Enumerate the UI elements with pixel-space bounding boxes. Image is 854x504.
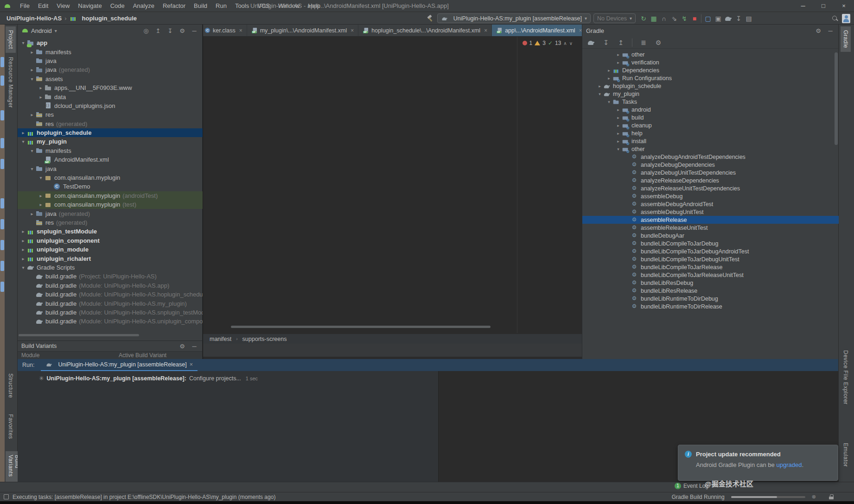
- profile-avatar-icon[interactable]: [842, 14, 850, 23]
- code-area[interactable]: [203, 37, 582, 334]
- stop-icon[interactable]: ■: [689, 13, 700, 24]
- breadcrumb-manifest[interactable]: manifest: [210, 336, 231, 342]
- horizontal-scrollbar[interactable]: [231, 326, 491, 328]
- project-view-select[interactable]: Android: [31, 27, 52, 34]
- menu-analyze[interactable]: Analyze: [129, 1, 158, 10]
- tree-item-uniplugin-richalert[interactable]: ▸uniplugin_richalert: [18, 254, 203, 263]
- tree-item-analyzedebugunittestdependencies[interactable]: analyzeDebugUnitTestDependencies: [582, 169, 839, 176]
- tree-item-dependencies[interactable]: ▸Dependencies: [582, 66, 839, 74]
- logcat-icon[interactable]: ▤: [744, 13, 754, 24]
- tree-item-assets[interactable]: ▾assets: [18, 75, 203, 83]
- search-icon[interactable]: [831, 14, 839, 23]
- upgrade-link[interactable]: upgraded: [776, 461, 802, 468]
- editor-tab-my-plugin-androidmanifest-xml[interactable]: my_plugin\...\AndroidManifest.xml×: [247, 25, 359, 36]
- tree-item-assemblereleaseunittest[interactable]: assembleReleaseUnitTest: [582, 224, 839, 232]
- event-log-button[interactable]: 1 Event Log: [675, 483, 708, 489]
- menu-run[interactable]: Run: [212, 1, 230, 10]
- tree-item-dcloud-uniplugins-json[interactable]: dcloud_uniplugins.json: [18, 101, 203, 110]
- tree-item-other[interactable]: ▾other: [582, 145, 839, 153]
- tree-item-gradle-scripts[interactable]: ▾Gradle Scripts: [18, 263, 203, 272]
- tree-item-assembledebug[interactable]: assembleDebug: [582, 192, 839, 200]
- sidebar-tab-project[interactable]: Project: [6, 26, 16, 53]
- tree-item-tasks[interactable]: ▾Tasks: [582, 98, 839, 106]
- tree-item-java-generated[interactable]: ▸java(generated): [18, 209, 203, 218]
- tree-item-java[interactable]: ▾java: [18, 164, 203, 173]
- tree-item-manifests[interactable]: ▾manifests: [18, 146, 203, 155]
- tree-item-bundlelibcompiletojarreleaseunittest[interactable]: bundleLibCompileToJarReleaseUnitTest: [582, 271, 839, 279]
- collapse-all-icon[interactable]: ↧: [166, 27, 174, 34]
- tree-item-assemblerelease[interactable]: assembleRelease: [582, 216, 839, 224]
- lock-icon[interactable]: [829, 494, 834, 499]
- tree-item-data[interactable]: ▸data: [18, 92, 203, 101]
- expand-all-icon[interactable]: ↥: [616, 38, 626, 48]
- tree-item-install[interactable]: ▸install: [582, 137, 839, 145]
- attach-debugger-icon[interactable]: ⇘: [669, 13, 679, 24]
- menu-tools[interactable]: Tools: [231, 1, 253, 10]
- close-icon[interactable]: ×: [190, 361, 193, 368]
- tree-item-build-gradle-module-uniplugin-hello-as-snplugin-testmod[interactable]: build.gradle(Module: UniPlugin-Hello-AS.…: [18, 308, 203, 317]
- tree-item-res-generated[interactable]: res(generated): [18, 120, 203, 128]
- tree-item-android[interactable]: ▸android: [582, 106, 839, 113]
- tree-item-analyzereleasedependencies[interactable]: analyzeReleaseDependencies: [582, 176, 839, 184]
- hide-icon[interactable]: ─: [826, 27, 835, 34]
- hide-icon[interactable]: ─: [190, 27, 198, 34]
- tree-item-build-gradle-module-uniplugin-hello-as-hoplugin-schedul[interactable]: build.gradle(Module: UniPlugin-Hello-AS.…: [18, 290, 203, 299]
- tree-item-com-qiansuilan-myplugin[interactable]: ▾com.qiansuilan.myplugin: [18, 173, 203, 182]
- sidebar-tab-resource-manager[interactable]: Resource Manager: [6, 53, 16, 112]
- tree-item-manifests[interactable]: ▸manifests: [18, 47, 203, 56]
- tree-item-analyzedebugdependencies[interactable]: analyzeDebugDependencies: [582, 161, 839, 169]
- menu-navigate[interactable]: Navigate: [74, 1, 105, 10]
- wrench-icon[interactable]: ⚙: [653, 38, 663, 48]
- tree-item-verification[interactable]: ▸verification: [582, 58, 839, 66]
- tree-item-my-plugin[interactable]: ▾my_plugin: [18, 137, 203, 146]
- next-problem-icon[interactable]: ∨: [569, 41, 573, 46]
- gradle-refresh-icon[interactable]: [587, 39, 595, 46]
- tree-item-bundledebugaar[interactable]: bundleDebugAar: [582, 232, 839, 239]
- settings-icon[interactable]: ⚙: [814, 27, 822, 34]
- tree-item-other[interactable]: ▸other: [582, 50, 839, 58]
- tree-item-assembledebugandroidtest[interactable]: assembleDebugAndroidTest: [582, 200, 839, 208]
- tree-item-my-plugin[interactable]: ▾my_plugin: [582, 90, 839, 98]
- tree-item-build-gradle-module-uniplugin-hello-as-uniplugin-compo[interactable]: build.gradle(Module: UniPlugin-Hello-AS.…: [18, 317, 203, 326]
- profiler-icon[interactable]: ∩: [659, 13, 669, 24]
- close-icon[interactable]: ×: [239, 27, 242, 34]
- device-manager-icon[interactable]: ▢: [703, 13, 713, 24]
- device-select[interactable]: No Devices ▾: [593, 13, 636, 23]
- tree-item-bundlelibcompiletojarrelease[interactable]: bundleLibCompileToJarRelease: [582, 263, 839, 271]
- tree-item-run-configurations[interactable]: ▸Run Configurations: [582, 74, 839, 82]
- tree-item-cleanup[interactable]: ▸cleanup: [582, 121, 839, 129]
- tree-item-com-qiansuilan-myplugin-androidtest[interactable]: ▸com.qiansuilan.myplugin(androidTest): [18, 191, 203, 200]
- breadcrumb-module[interactable]: hoplugin_schedule: [82, 15, 137, 22]
- apply-changes-icon[interactable]: ↯: [679, 13, 689, 24]
- tree-item-java-generated[interactable]: ▸java(generated): [18, 65, 203, 74]
- tree-item-help[interactable]: ▸help: [582, 129, 839, 137]
- tree-item-bundlelibresdebug[interactable]: bundleLibResDebug: [582, 279, 839, 287]
- tree-item-uniplugin-module[interactable]: ▸uniplugin_module: [18, 245, 203, 254]
- vertical-scrollbar[interactable]: [835, 52, 838, 145]
- close-icon[interactable]: ×: [484, 27, 487, 34]
- prev-problem-icon[interactable]: ∧: [563, 41, 567, 46]
- run-tab[interactable]: UniPlugin-Hello-AS:my_plugin [assembleRe…: [41, 359, 198, 371]
- sync-icon[interactable]: ↻: [638, 13, 649, 24]
- tree-item-build-gradle-project-uniplugin-hello-as[interactable]: build.gradle(Project: UniPlugin-Hello-AS…: [18, 272, 203, 281]
- menu-code[interactable]: Code: [107, 1, 128, 10]
- collapse-all-icon[interactable]: ↧: [601, 38, 611, 48]
- locate-icon[interactable]: ◎: [142, 27, 150, 34]
- menu-refactor[interactable]: Refactor: [159, 1, 189, 10]
- breadcrumb-supports-screens[interactable]: supports-screens: [242, 336, 287, 342]
- sidebar-tab-gradle[interactable]: Gradle: [841, 26, 851, 52]
- minimize-icon[interactable]: ─: [793, 0, 813, 12]
- menu-build[interactable]: Build: [190, 1, 211, 10]
- notification-popup[interactable]: i Project update recommended Android Gra…: [678, 445, 838, 481]
- avd-manager-icon[interactable]: ▣: [713, 13, 723, 24]
- tree-item-bundlelibresrelease[interactable]: bundleLibResRelease: [582, 287, 839, 295]
- restore-icon[interactable]: □: [813, 0, 834, 12]
- menu-file[interactable]: File: [16, 1, 33, 10]
- close-icon[interactable]: ×: [351, 27, 354, 34]
- tree-item-build-gradle-module-uniplugin-hello-as-app[interactable]: build.gradle(Module: UniPlugin-Hello-AS.…: [18, 281, 203, 290]
- cancel-build-icon[interactable]: ⊗: [812, 494, 816, 500]
- editor-tab-ker-class[interactable]: ker.class×: [203, 25, 247, 36]
- hide-icon[interactable]: ─: [190, 343, 198, 350]
- tree-item-bundlelibcompiletojardebugunittest[interactable]: bundleLibCompileToJarDebugUnitTest: [582, 255, 839, 263]
- tree-item-analyzereleaseunittestdependencies[interactable]: analyzeReleaseUnitTestDependencies: [582, 184, 839, 192]
